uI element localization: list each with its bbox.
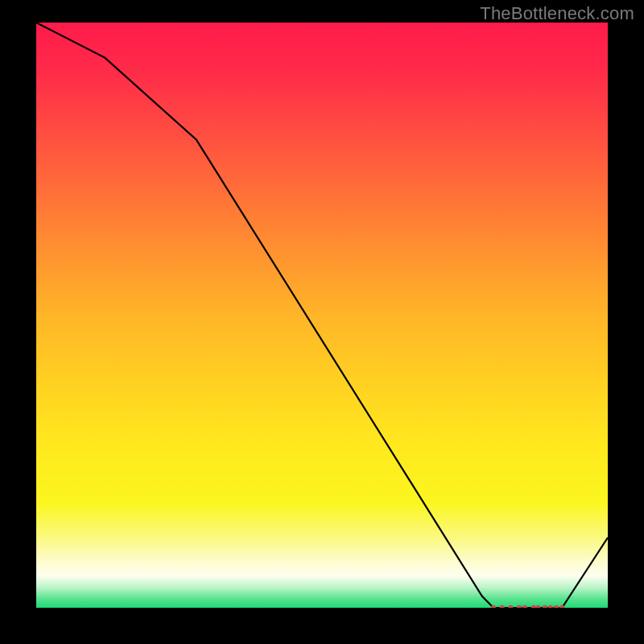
plot-area: [36, 23, 608, 608]
watermark-text: TheBottleneck.com: [480, 3, 634, 24]
chart-frame: TheBottleneck.com: [0, 0, 644, 644]
chart-svg: [36, 23, 608, 608]
chart-background: [36, 23, 608, 608]
